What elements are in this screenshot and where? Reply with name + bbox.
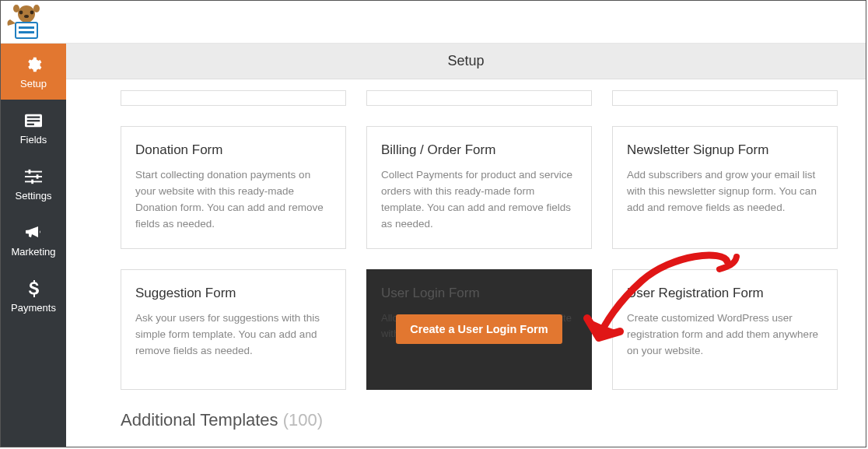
sidebar-label: Setup (20, 78, 47, 89)
template-title: User Registration Form (627, 286, 823, 301)
top-bar (1, 1, 866, 44)
template-title: User Login Form (381, 286, 480, 301)
svg-rect-7 (19, 26, 34, 29)
svg-point-5 (33, 5, 40, 12)
template-panel: Donation Form Start collecting donation … (66, 79, 866, 447)
svg-rect-6 (16, 23, 37, 38)
sidebar-item-settings[interactable]: Settings (1, 156, 66, 212)
svg-rect-8 (19, 31, 34, 33)
template-card-user-registration[interactable]: User Registration Form Create customized… (612, 269, 838, 390)
template-desc: Add subscribers and grow your email list… (627, 167, 823, 216)
template-desc: Collect Payments for product and service… (381, 167, 577, 233)
svg-rect-17 (37, 174, 39, 179)
sidebar-item-setup[interactable]: Setup (1, 44, 66, 100)
svg-rect-14 (25, 176, 42, 177)
svg-rect-12 (27, 123, 34, 125)
svg-point-4 (13, 5, 19, 12)
additional-templates-count: (100) (283, 410, 323, 430)
template-card-stub[interactable] (612, 90, 838, 106)
template-desc: Start collecting donation payments on yo… (135, 167, 331, 233)
template-title: Suggestion Form (135, 286, 331, 301)
sidebar-label: Fields (20, 134, 47, 146)
gear-icon (23, 54, 44, 75)
sidebar-nav: Setup Fields Settings Marketing (1, 44, 66, 447)
svg-point-1 (19, 11, 23, 15)
page-title: Setup (66, 44, 866, 79)
page-title-text: Setup (447, 53, 484, 69)
template-desc: Create customized WordPress user registr… (627, 310, 823, 360)
svg-rect-13 (25, 170, 42, 172)
template-title: Billing / Order Form (381, 142, 577, 158)
template-card-user-login[interactable]: User Login Form Allow your users to easi… (366, 269, 592, 390)
sidebar-label: Payments (11, 302, 56, 314)
sidebar-item-marketing[interactable]: Marketing (1, 212, 66, 268)
svg-rect-10 (27, 116, 40, 118)
additional-templates-label: Additional Templates (121, 410, 278, 430)
sidebar-label: Settings (16, 190, 52, 202)
svg-rect-11 (27, 120, 40, 121)
template-title: Donation Form (135, 142, 331, 158)
template-card-suggestion[interactable]: Suggestion Form Ask your users for sugge… (121, 269, 346, 390)
svg-rect-18 (31, 179, 33, 184)
template-desc: Ask your users for suggestions with this… (135, 310, 331, 360)
sidebar-item-payments[interactable]: Payments (1, 268, 66, 324)
svg-rect-16 (29, 169, 31, 174)
sidebar-item-fields[interactable]: Fields (1, 100, 66, 156)
dollar-icon (23, 279, 44, 299)
additional-templates-heading: Additional Templates (100) (121, 410, 827, 430)
template-card-newsletter[interactable]: Newsletter Signup Form Add subscribers a… (612, 126, 838, 249)
template-title: Newsletter Signup Form (627, 142, 823, 158)
sidebar-label: Marketing (11, 246, 55, 258)
bullhorn-icon (23, 223, 44, 243)
sliders-icon (23, 167, 44, 187)
svg-point-2 (30, 11, 34, 15)
template-card-billing[interactable]: Billing / Order Form Collect Payments fo… (366, 126, 592, 249)
wpforms-logo (5, 4, 47, 40)
template-card-stub[interactable] (121, 90, 346, 106)
svg-point-3 (24, 15, 29, 18)
template-card-stub[interactable] (366, 90, 592, 106)
list-icon (23, 110, 44, 131)
template-card-donation[interactable]: Donation Form Start collecting donation … (121, 126, 346, 249)
create-user-login-form-button[interactable]: Create a User Login Form (396, 314, 562, 344)
